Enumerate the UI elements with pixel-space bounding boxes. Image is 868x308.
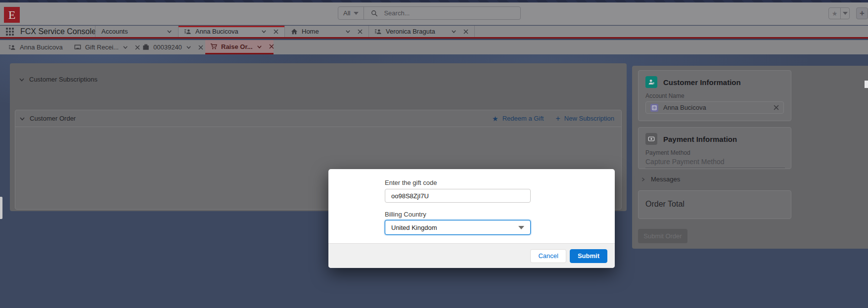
case-icon [142, 44, 149, 51]
link-label: New Subscription [564, 115, 614, 122]
logo-letter: E [8, 8, 16, 22]
chevron-right-icon [640, 177, 645, 182]
subtab-00039240[interactable]: 00039240 [137, 40, 208, 54]
search-icon [371, 10, 378, 17]
search-scope-label: All [343, 9, 350, 17]
billing-country-value: United Kingdom [391, 224, 437, 231]
order-sidebar: Customer Information Account Name Anna B… [632, 66, 868, 249]
app-window: E All Search... ★ + FCX Service Console [0, 0, 868, 308]
redeem-gift-modal: Enter the gift code Billing Country Unit… [328, 169, 615, 268]
tab-anna-bucicova[interactable]: Anna Bucicova [178, 26, 284, 37]
chevron-down-icon[interactable] [123, 44, 128, 50]
link-label: Redeem a Gift [503, 115, 544, 122]
chevron-down-icon[interactable] [19, 116, 25, 122]
screen-icon [74, 44, 81, 51]
tab-label: Anna Bucicova [195, 28, 238, 35]
subtab-label: Gift Recei... [85, 44, 119, 51]
subtab-label: 00039240 [153, 44, 182, 51]
panel-title: Customer Information [663, 78, 741, 87]
workspace-tab-bar: FCX Service Console Accounts Anna Bucico… [0, 26, 868, 39]
subtab-bar: Anna Bucicova Gift Recei... 00039240 Rai… [0, 40, 868, 54]
modal-footer: Cancel Submit [328, 243, 615, 268]
submit-button[interactable]: Submit [570, 249, 607, 263]
close-icon[interactable] [358, 29, 363, 34]
subtab-gift-receipt[interactable]: Gift Recei... [69, 40, 145, 54]
account-name-label: Account Name [639, 88, 791, 101]
panel-title: Payment Information [663, 135, 737, 143]
chevron-down-icon[interactable] [261, 29, 267, 34]
app-launcher-icon[interactable] [6, 28, 14, 36]
new-subscription-link[interactable]: + New Subscription [556, 115, 615, 123]
chevron-down-icon[interactable] [257, 44, 262, 49]
order-total-label: Order Total [639, 191, 791, 209]
header-actions: ★ + [828, 7, 868, 19]
contact-icon [9, 44, 16, 51]
chevron-down-icon [354, 12, 359, 15]
account-name-pill[interactable]: Anna Bucicova [645, 101, 784, 114]
billing-country-select[interactable]: United Kingdom [385, 220, 531, 235]
messages-section-toggle[interactable]: Messages [638, 176, 680, 183]
left-edge-panel-sliver [0, 197, 2, 219]
account-name-value: Anna Bucicova [663, 104, 706, 111]
submit-order-button[interactable]: Submit Order [638, 229, 687, 243]
order-total-card: Order Total [638, 190, 791, 219]
plus-icon: + [556, 115, 560, 123]
section-title: Customer Order [30, 115, 76, 122]
chevron-down-icon[interactable] [841, 8, 849, 19]
customer-information-card: Customer Information Account Name Anna B… [638, 70, 791, 121]
subtab-anna-bucicova[interactable]: Anna Bucicova [4, 40, 68, 54]
tab-label: Home [302, 28, 319, 35]
payment-method-label: Payment Method [639, 145, 791, 158]
chevron-down-icon[interactable] [19, 77, 25, 83]
close-icon[interactable] [274, 29, 278, 34]
remove-icon[interactable] [774, 105, 779, 110]
close-icon[interactable] [269, 44, 274, 49]
billing-country-label: Billing Country [385, 211, 426, 218]
cart-icon [210, 43, 217, 50]
subtab-label: Anna Bucicova [20, 44, 63, 51]
redeem-gift-link[interactable]: ★ Redeem a Gift [492, 115, 544, 122]
chevron-down-icon[interactable] [451, 29, 457, 34]
tab-label: Veronica Braguta [386, 28, 435, 35]
chevron-down-icon[interactable] [186, 44, 191, 50]
app-launcher-area: FCX Service Console [0, 26, 95, 37]
search-placeholder: Search... [384, 9, 410, 17]
close-icon[interactable] [198, 45, 203, 50]
messages-label: Messages [651, 176, 680, 183]
gift-code-input[interactable] [385, 189, 531, 203]
star-icon: ★ [492, 115, 499, 122]
add-button[interactable]: + [856, 7, 868, 19]
app-name: FCX Service Console [20, 27, 96, 36]
cancel-button[interactable]: Cancel [530, 249, 566, 263]
search-scope-dropdown[interactable]: All [338, 7, 364, 19]
contact-icon [184, 28, 191, 35]
plus-icon: + [860, 8, 865, 18]
customer-icon [645, 76, 657, 88]
customer-subscriptions-header: Customer Subscriptions [10, 63, 627, 83]
chevron-down-icon [518, 226, 524, 229]
subtab-raise-order[interactable]: Raise Or... [205, 40, 274, 54]
tab-accounts[interactable]: Accounts [95, 26, 178, 37]
star-icon: ★ [829, 8, 841, 19]
global-search: All Search... [338, 6, 521, 20]
right-edge-panel-sliver [865, 81, 868, 88]
customer-order-actions: ★ Redeem a Gift + New Subscription [492, 115, 614, 123]
section-title: Customer Subscriptions [29, 76, 97, 83]
brand-logo[interactable]: E [4, 7, 20, 23]
customer-order-header: Customer Order ★ Redeem a Gift + New Sub… [15, 110, 621, 127]
tab-label: Accounts [101, 28, 128, 35]
contact-icon [375, 28, 382, 35]
search-input[interactable]: Search... [364, 9, 520, 17]
tab-veronica-braguta[interactable]: Veronica Braguta [368, 26, 475, 37]
home-icon [291, 28, 298, 35]
close-icon[interactable] [463, 29, 468, 34]
chevron-down-icon[interactable] [345, 29, 351, 34]
payment-icon [645, 133, 657, 145]
tab-home[interactable]: Home [284, 26, 368, 37]
account-icon [650, 104, 658, 112]
global-header: E All Search... ★ + [0, 2, 868, 25]
capture-payment-method-link[interactable]: Capture Payment Method [645, 158, 785, 168]
chevron-down-icon[interactable] [167, 29, 172, 34]
subtab-label: Raise Or... [221, 43, 253, 50]
favorites-button[interactable]: ★ [828, 7, 850, 19]
